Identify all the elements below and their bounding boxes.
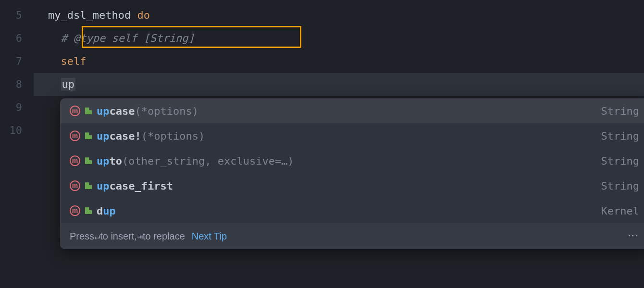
code-line-active[interactable]: up [34, 73, 644, 96]
identifier: my_dsl_method [48, 9, 137, 21]
completion-return-type: String [601, 155, 639, 167]
method-icon: m [70, 131, 80, 141]
code-line[interactable]: # @type self [String] [34, 27, 644, 50]
typed-text: up [61, 78, 76, 91]
completion-return-type: String [601, 105, 639, 117]
method-icon: m [70, 205, 80, 216]
method-icon: m [70, 156, 80, 166]
line-number: 9 [0, 96, 34, 119]
code-line[interactable]: my_dsl_method do [34, 4, 644, 27]
code-line[interactable]: self [34, 50, 644, 73]
method-icon: m [70, 180, 80, 191]
visibility-icon [85, 157, 92, 164]
autocomplete-item[interactable]: mupcase_firstString [60, 173, 644, 198]
completion-return-type: Kernel [601, 205, 639, 217]
footer-text: Press [70, 231, 94, 242]
visibility-icon [85, 108, 92, 114]
completion-signature: upto(other_string, exclusive=…) [97, 155, 294, 167]
completion-signature: dup [97, 205, 116, 217]
line-number: 7 [0, 50, 34, 73]
more-options-icon[interactable]: ⋮ [627, 230, 639, 242]
footer-text: to replace [143, 231, 185, 242]
autocomplete-item[interactable]: mdupKernel [60, 198, 644, 223]
footer-text: to insert, [100, 231, 137, 242]
line-number: 6 [0, 27, 34, 50]
line-number: 8 [0, 73, 34, 96]
visibility-icon [85, 132, 92, 139]
visibility-icon [85, 207, 92, 214]
autocomplete-item[interactable]: mupto(other_string, exclusive=…)String [60, 148, 644, 173]
completion-signature: upcase!(*options) [97, 130, 205, 142]
autocomplete-popup: mupcase(*options)Stringmupcase!(*options… [60, 98, 644, 249]
completion-signature: upcase_first [97, 180, 173, 192]
completion-signature: upcase(*options) [97, 105, 198, 117]
keyword-self: self [61, 55, 87, 67]
next-tip-link[interactable]: Next Tip [192, 231, 227, 242]
type-annotation-comment: # @type self [String] [61, 32, 195, 44]
enter-key-icon: ↵ [94, 230, 100, 242]
line-number: 10 [0, 119, 34, 142]
code-area[interactable]: my_dsl_method do # @type self [String] s… [34, 0, 644, 288]
completion-return-type: String [601, 180, 639, 192]
code-editor: 5 6 7 8 9 10 my_dsl_method do # @type se… [0, 0, 644, 288]
visibility-icon [85, 182, 92, 189]
autocomplete-item[interactable]: mupcase(*options)String [60, 98, 644, 123]
autocomplete-footer: Press ↵ to insert, ⇥ to replace Next Tip… [60, 223, 644, 249]
keyword-do: do [137, 9, 150, 21]
line-number-gutter: 5 6 7 8 9 10 [0, 0, 34, 288]
autocomplete-item[interactable]: mupcase!(*options)String [60, 123, 644, 148]
completion-return-type: String [601, 130, 639, 142]
method-icon: m [70, 106, 80, 116]
line-number: 5 [0, 4, 34, 27]
tab-key-icon: ⇥ [137, 230, 143, 242]
